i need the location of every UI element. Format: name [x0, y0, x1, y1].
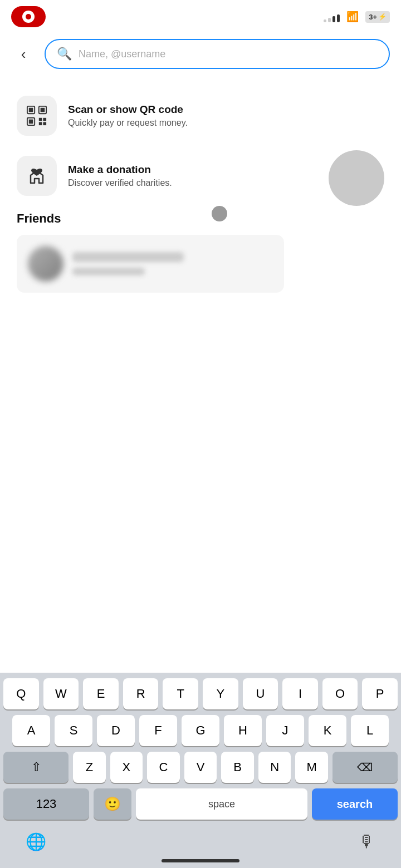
donation-subtitle: Discover verified charities.	[68, 178, 172, 188]
number-key[interactable]: 123	[3, 788, 89, 820]
key-o[interactable]: O	[322, 678, 358, 709]
key-j[interactable]: J	[266, 715, 304, 746]
key-g[interactable]: G	[182, 715, 219, 746]
key-f[interactable]: F	[139, 715, 177, 746]
key-t[interactable]: T	[163, 678, 198, 709]
search-bar[interactable]: 🔍 Name, @username	[45, 39, 390, 69]
svg-rect-3	[41, 108, 45, 112]
keyboard-row-2: A S D F G H J K L	[3, 715, 398, 746]
donation-title: Make a donation	[68, 164, 172, 176]
friend-username	[72, 268, 145, 275]
small-dot	[212, 206, 227, 221]
qr-code-title: Scan or show QR code	[68, 103, 188, 116]
key-c[interactable]: C	[147, 752, 180, 783]
keyboard-row-1: Q W E R T Y U I O P	[3, 678, 398, 709]
donation-text: Make a donation Discover verified charit…	[68, 164, 172, 188]
friend-info	[72, 252, 273, 275]
key-x[interactable]: X	[110, 752, 143, 783]
key-h[interactable]: H	[224, 715, 262, 746]
key-w[interactable]: W	[43, 678, 79, 709]
qr-code-subtitle: Quickly pay or request money.	[68, 118, 188, 128]
status-icons: 📶 3+ ⚡	[324, 11, 390, 23]
friend-card[interactable]	[17, 235, 284, 293]
key-k[interactable]: K	[309, 715, 346, 746]
search-key[interactable]: search	[312, 788, 398, 820]
svg-rect-9	[43, 122, 46, 125]
svg-rect-7	[43, 118, 46, 121]
emoji-key[interactable]: 🙂	[94, 788, 131, 820]
key-m[interactable]: M	[295, 752, 328, 783]
key-p[interactable]: P	[362, 678, 398, 709]
svg-rect-8	[39, 122, 42, 125]
record-dot	[22, 11, 35, 23]
battery-indicator: 3+ ⚡	[365, 11, 390, 23]
key-n[interactable]: N	[258, 752, 291, 783]
space-key[interactable]: space	[136, 788, 307, 820]
key-a[interactable]: A	[12, 715, 50, 746]
key-s[interactable]: S	[55, 715, 92, 746]
qr-code-icon	[17, 96, 57, 136]
donation-icon	[17, 156, 57, 196]
friend-avatar	[28, 246, 63, 282]
key-b[interactable]: B	[221, 752, 254, 783]
friend-name	[72, 252, 184, 262]
key-e[interactable]: E	[83, 678, 119, 709]
status-bar: 📶 3+ ⚡	[0, 0, 401, 33]
svg-rect-5	[29, 120, 33, 124]
svg-rect-6	[39, 118, 42, 121]
key-r[interactable]: R	[123, 678, 159, 709]
floating-circle	[329, 150, 384, 206]
wifi-icon: 📶	[346, 11, 359, 23]
key-d[interactable]: D	[97, 715, 135, 746]
qr-code-option[interactable]: Scan or show QR code Quickly pay or requ…	[17, 86, 384, 146]
shift-key[interactable]: ⇧	[3, 752, 69, 783]
search-icon: 🔍	[57, 47, 72, 61]
key-i[interactable]: I	[282, 678, 318, 709]
keyboard-row-4: 123 🙂 space search	[3, 788, 398, 820]
backspace-key[interactable]: ⌫	[332, 752, 398, 783]
friends-section-title: Friends	[17, 211, 384, 226]
back-arrow-icon: ‹	[21, 46, 26, 63]
recording-indicator	[11, 6, 46, 27]
globe-icon[interactable]: 🌐	[26, 832, 46, 851]
key-q[interactable]: Q	[3, 678, 39, 709]
qr-code-text: Scan or show QR code Quickly pay or requ…	[68, 103, 188, 128]
key-v[interactable]: V	[184, 752, 217, 783]
key-y[interactable]: Y	[203, 678, 238, 709]
search-placeholder: Name, @username	[79, 48, 165, 60]
key-l[interactable]: L	[351, 715, 389, 746]
home-indicator	[162, 859, 239, 862]
key-z[interactable]: Z	[73, 752, 106, 783]
header: ‹ 🔍 Name, @username	[0, 33, 401, 75]
keyboard-row-3: ⇧ Z X C V B N M ⌫	[3, 752, 398, 783]
key-u[interactable]: U	[243, 678, 278, 709]
back-button[interactable]: ‹	[11, 42, 36, 66]
signal-bars	[324, 11, 340, 22]
microphone-icon[interactable]: 🎙	[359, 832, 375, 851]
keyboard: Q W E R T Y U I O P A S D F G H J K L ⇧ …	[0, 673, 401, 868]
svg-rect-1	[29, 108, 33, 112]
